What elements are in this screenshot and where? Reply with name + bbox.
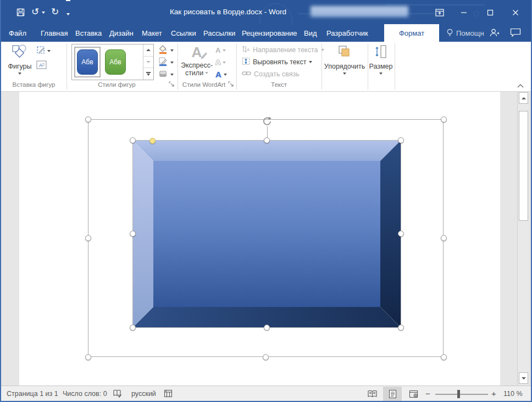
resize-handle[interactable] bbox=[263, 354, 269, 360]
shape-effects-button[interactable] bbox=[158, 69, 174, 80]
macro-record-icon[interactable] bbox=[164, 389, 173, 398]
shape-style-preview-blue: Абв bbox=[77, 49, 98, 75]
rotation-handle-icon[interactable] bbox=[262, 116, 273, 129]
text-box-button[interactable]: A bbox=[36, 59, 47, 71]
zoom-out-button[interactable]: − bbox=[425, 386, 430, 401]
arrange-button[interactable]: Упорядочить bbox=[324, 44, 365, 75]
titlebar: ↺ ↻ Как рисовать в Ворде.docx - Word bbox=[1, 0, 531, 24]
vertical-scrollbar[interactable] bbox=[517, 92, 529, 386]
shape-styles-dialog-launcher-icon[interactable] bbox=[169, 81, 175, 88]
wordart-dialog-launcher-icon[interactable] bbox=[228, 81, 235, 88]
tab-view[interactable]: Вид bbox=[304, 24, 317, 42]
resize-handle[interactable] bbox=[130, 325, 136, 331]
tab-home[interactable]: Главная bbox=[41, 24, 68, 42]
resize-handle[interactable] bbox=[398, 231, 404, 237]
shapes-button[interactable]: Фигуры bbox=[5, 44, 34, 75]
shape-outline-button[interactable] bbox=[158, 57, 174, 68]
align-text-button[interactable]: Выровнять текст bbox=[242, 57, 312, 68]
tab-developer[interactable]: Разработчик bbox=[326, 24, 368, 42]
close-button[interactable] bbox=[508, 0, 523, 24]
create-link-button[interactable]: Создать связь bbox=[242, 69, 300, 80]
text-fill-icon: А bbox=[215, 46, 220, 54]
resize-handle[interactable] bbox=[441, 235, 447, 241]
beveled-rectangle-shape[interactable] bbox=[132, 140, 401, 328]
resize-handle[interactable] bbox=[85, 116, 91, 122]
proofing-icon[interactable] bbox=[113, 389, 122, 398]
scrollbar-thumb[interactable] bbox=[519, 111, 528, 221]
print-layout-button[interactable] bbox=[383, 387, 402, 401]
resize-handle[interactable] bbox=[398, 137, 404, 143]
shape-style-preview-green[interactable]: Абв bbox=[105, 49, 126, 75]
comments-icon[interactable] bbox=[510, 24, 521, 42]
titlebar-decoration bbox=[474, 11, 479, 16]
tab-file[interactable]: Файл bbox=[9, 24, 26, 42]
quick-styles-button[interactable]: А Экспресс- стили bbox=[181, 44, 212, 77]
zoom-slider-track[interactable] bbox=[435, 394, 488, 395]
resize-handle[interactable] bbox=[441, 354, 447, 360]
zoom-slider-thumb[interactable] bbox=[457, 390, 460, 398]
align-text-label: Выровнять текст bbox=[253, 58, 306, 66]
resize-handle[interactable] bbox=[85, 354, 91, 360]
resize-handle[interactable] bbox=[85, 235, 91, 241]
edit-shape-button[interactable] bbox=[36, 45, 51, 57]
svg-text:A: A bbox=[39, 62, 42, 68]
qat-customize-button[interactable] bbox=[64, 0, 73, 24]
shape-effects-icon bbox=[158, 69, 168, 80]
resize-handle[interactable] bbox=[130, 137, 136, 143]
arrange-label: Упорядочить bbox=[324, 63, 365, 70]
language-status[interactable]: русский bbox=[131, 386, 156, 401]
quick-styles-icon: А bbox=[192, 44, 202, 62]
tab-references[interactable]: Ссылки bbox=[171, 24, 196, 42]
text-fill-button[interactable]: А bbox=[215, 44, 226, 56]
resize-handle[interactable] bbox=[130, 231, 136, 237]
gallery-scroll-up-icon[interactable] bbox=[143, 44, 153, 57]
gallery-scroll-down-icon[interactable] bbox=[143, 57, 153, 69]
edit-shape-icon bbox=[36, 46, 46, 57]
shape-style-selected[interactable]: Абв bbox=[74, 47, 101, 77]
ribbon-tab-row: Файл Главная Вставка Дизайн Макет Ссылки… bbox=[1, 24, 531, 42]
read-mode-button[interactable] bbox=[363, 387, 381, 401]
text-box-icon: A bbox=[36, 60, 47, 71]
text-direction-button[interactable]: A Направление текста bbox=[242, 44, 324, 55]
maximize-button[interactable] bbox=[483, 0, 498, 24]
word-window: ↺ ↻ Как рисовать в Ворде.docx - Word Фай… bbox=[0, 0, 532, 402]
page-number-status[interactable]: Страница 1 из 1 bbox=[7, 386, 58, 401]
tab-insert[interactable]: Вставка bbox=[75, 24, 102, 42]
undo-button[interactable]: ↺ bbox=[30, 0, 41, 24]
tab-mailings[interactable]: Рассылки bbox=[203, 24, 235, 42]
save-icon[interactable] bbox=[14, 0, 26, 24]
undo-dropdown-icon[interactable] bbox=[41, 0, 46, 24]
tab-design[interactable]: Дизайн bbox=[109, 24, 134, 42]
tab-review[interactable]: Рецензирование bbox=[242, 24, 297, 42]
shape-fill-button[interactable] bbox=[158, 44, 174, 56]
resize-handle[interactable] bbox=[264, 137, 270, 143]
word-count-status[interactable]: Число слов: 0 bbox=[63, 386, 107, 401]
resize-handle[interactable] bbox=[441, 116, 447, 122]
tab-help[interactable]: Помощн bbox=[456, 24, 484, 42]
resize-handle[interactable] bbox=[264, 325, 270, 331]
group-label-shape-styles: Стили фигур bbox=[71, 81, 162, 89]
text-outline-button[interactable]: А bbox=[215, 57, 226, 68]
zoom-level-button[interactable]: 110 % bbox=[503, 386, 523, 401]
text-effects-button[interactable]: А bbox=[215, 69, 227, 80]
ribbon-display-options-button[interactable] bbox=[432, 0, 447, 24]
gallery-more-icon[interactable] bbox=[143, 68, 153, 80]
svg-text:A: A bbox=[247, 47, 250, 52]
shapes-icon bbox=[12, 44, 28, 61]
web-layout-button[interactable] bbox=[404, 387, 423, 401]
adjust-handle[interactable] bbox=[149, 138, 156, 144]
tab-layout[interactable]: Макет bbox=[142, 24, 162, 42]
share-person-icon[interactable] bbox=[489, 24, 500, 42]
minimize-button[interactable] bbox=[456, 0, 472, 24]
size-icon bbox=[374, 44, 388, 61]
collapse-ribbon-icon[interactable] bbox=[517, 82, 524, 90]
zoom-in-button[interactable]: + bbox=[491, 386, 496, 401]
create-link-label: Создать связь bbox=[254, 70, 300, 78]
scroll-up-icon[interactable] bbox=[519, 92, 528, 104]
ribbon: Фигуры A Вставка фигур Абв Абв bbox=[1, 42, 531, 92]
size-button[interactable]: Размер bbox=[368, 44, 394, 75]
resize-handle[interactable] bbox=[398, 325, 404, 331]
redo-button[interactable]: ↻ bbox=[49, 0, 60, 24]
tab-format-active[interactable]: Формат bbox=[384, 24, 439, 42]
scroll-down-icon[interactable] bbox=[519, 372, 528, 384]
